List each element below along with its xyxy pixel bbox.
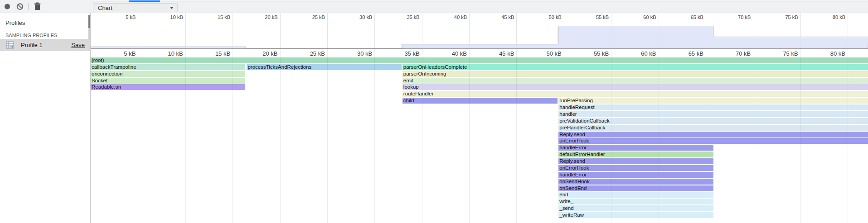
flame-frame[interactable]: handleRequest <box>558 104 868 110</box>
flame-gridline <box>374 49 375 223</box>
flame-frame[interactable]: child <box>402 98 558 104</box>
flame-frame[interactable]: parserOnIncoming <box>402 71 868 77</box>
sidebar-title: Profiles <box>5 19 25 26</box>
flame-gridline <box>422 49 422 223</box>
clear-icon[interactable] <box>14 0 27 13</box>
flame-frame[interactable]: _send <box>558 205 713 211</box>
flame-gridline <box>233 49 233 223</box>
flame-chart: (root)callbackTrampolineprocessTicksAndR… <box>91 0 868 223</box>
flame-gridline <box>753 49 753 223</box>
profiles-sidebar: Profiles SAMPLING PROFILES % Profile 1 S… <box>0 13 91 223</box>
flame-frame[interactable]: handleError <box>558 172 713 178</box>
flame-gridline <box>848 49 848 223</box>
flame-frame[interactable]: lookup <box>402 84 868 90</box>
flame-frame[interactable]: Socket <box>91 78 245 84</box>
flame-frame[interactable]: routeHandler <box>402 91 868 97</box>
sidebar-item-profile-1[interactable]: % Profile 1 Save <box>0 39 90 51</box>
profiler-toolbar <box>0 0 91 13</box>
flame-frame[interactable]: Reply.send <box>558 158 713 164</box>
flame-frame[interactable]: handler <box>558 111 868 117</box>
overview-scroll-handle-track <box>88 28 90 40</box>
flame-frame[interactable]: onErrorHook <box>558 138 868 144</box>
delete-profile-icon[interactable] <box>31 0 44 13</box>
flame-frame[interactable]: defaultErrorHandler <box>558 152 713 157</box>
flame-gridline <box>611 49 611 223</box>
flame-frame[interactable]: end <box>558 192 713 198</box>
flame-frame[interactable]: onSendHook <box>558 179 713 185</box>
flame-frame[interactable]: write_ <box>558 199 713 204</box>
record-icon[interactable] <box>0 0 15 13</box>
flame-frame[interactable]: onSendEnd <box>558 185 713 191</box>
sampling-profiles-heading: SAMPLING PROFILES <box>5 33 57 38</box>
flame-gridline <box>185 49 186 223</box>
flame-frame[interactable]: parserOnHeadersComplete <box>402 64 868 70</box>
flame-gridline <box>706 49 706 223</box>
flame-frame[interactable]: Reply.send <box>558 132 868 138</box>
flame-gridline <box>138 49 138 223</box>
flame-gridline <box>280 49 281 223</box>
flame-frame[interactable]: processTicksAndRejections <box>247 64 401 70</box>
flame-gridline <box>659 49 659 223</box>
flame-frame[interactable]: (root) <box>91 57 868 63</box>
flame-frame[interactable]: handleError <box>558 145 713 151</box>
flame-frame[interactable]: _writeRaw <box>558 212 713 218</box>
flame-frame[interactable]: callbackTrampoline <box>91 64 245 70</box>
toolbar-separator <box>28 3 29 10</box>
profile-name: Profile 1 <box>21 42 43 48</box>
flame-frame[interactable]: preValidationCallback <box>558 118 868 124</box>
heap-chart-main: Chart 5 kB10 kB15 kB20 kB25 kB30 kB35 kB… <box>91 0 868 223</box>
flame-gridline <box>564 49 564 223</box>
overview-scroll-handle[interactable] <box>88 15 90 28</box>
flame-gridline <box>327 49 328 223</box>
flame-frame[interactable]: onconnection <box>91 71 245 77</box>
flame-gridline <box>469 49 470 223</box>
flame-gridline <box>800 49 801 223</box>
flame-gridline <box>516 49 517 223</box>
memory-profiler-panel: Profiles SAMPLING PROFILES % Profile 1 S… <box>0 0 868 223</box>
svg-text:%: % <box>10 45 13 49</box>
profile-document-icon: % <box>6 41 14 49</box>
flame-frame[interactable]: emit <box>402 78 868 84</box>
flame-frame[interactable]: onErrorHook <box>558 165 713 171</box>
flame-frame[interactable]: Readable.on <box>91 84 245 90</box>
save-profile-link[interactable]: Save <box>71 42 85 48</box>
flame-frame[interactable]: runPreParsing <box>558 98 868 104</box>
flame-frame[interactable]: preHandlerCallback <box>558 125 868 131</box>
